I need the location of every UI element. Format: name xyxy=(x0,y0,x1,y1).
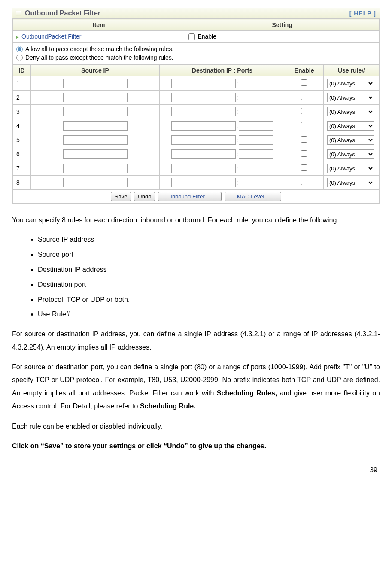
source-ip-input[interactable] xyxy=(63,178,128,187)
list-item: Use Rule# xyxy=(38,308,380,321)
use-rule-select[interactable]: (0) Always xyxy=(327,79,374,88)
rule-enable-checkbox[interactable] xyxy=(301,136,307,143)
use-rule-select[interactable]: (0) Always xyxy=(327,135,374,145)
table-row: 8:(0) Always xyxy=(13,176,380,190)
dest-ip-input[interactable] xyxy=(171,121,236,131)
table-row: 6:(0) Always xyxy=(13,147,380,161)
source-ip-input[interactable] xyxy=(63,135,128,145)
rule-id: 2 xyxy=(13,91,31,105)
source-ip-input[interactable] xyxy=(63,93,128,102)
table-row: 3:(0) Always xyxy=(13,105,380,119)
item-name: OutboundPacket Filter xyxy=(13,31,185,43)
save-button[interactable]: Save xyxy=(111,192,131,201)
rule-id: 4 xyxy=(13,119,31,133)
rule-enable-checkbox[interactable] xyxy=(301,150,307,157)
doc-p1: You can specify 8 rules for each directi… xyxy=(12,214,380,227)
doc-p4: Each rule can be enabled or disabled ind… xyxy=(12,420,380,433)
rule-id: 5 xyxy=(13,133,31,147)
col-en: Enable xyxy=(285,65,324,76)
table-row: 7:(0) Always xyxy=(13,161,380,176)
rule-id: 6 xyxy=(13,147,31,161)
dest-port-input[interactable] xyxy=(239,135,273,145)
rule-id: 7 xyxy=(13,161,31,176)
use-rule-select[interactable]: (0) Always xyxy=(327,164,374,173)
table-row: 5:(0) Always xyxy=(13,133,380,147)
source-ip-input[interactable] xyxy=(63,164,128,173)
use-rule-select[interactable]: (0) Always xyxy=(327,149,374,159)
col-item: Item xyxy=(13,19,185,31)
rule-id: 3 xyxy=(13,105,31,119)
dest-ip-input[interactable] xyxy=(171,93,236,102)
dest-port-input[interactable] xyxy=(239,178,273,187)
list-item: Source IP address xyxy=(38,234,380,246)
dest-ip-input[interactable] xyxy=(171,178,236,187)
dest-port-input[interactable] xyxy=(239,93,273,102)
rule-enable-checkbox[interactable] xyxy=(301,94,307,100)
page-number: 39 xyxy=(12,466,380,474)
dest-port-input[interactable] xyxy=(239,107,273,116)
policy-deny-label: Deny all to pass except those match the … xyxy=(25,54,173,61)
table-row: 4:(0) Always xyxy=(13,119,380,133)
rule-enable-checkbox[interactable] xyxy=(301,108,307,114)
rule-enable-checkbox[interactable] xyxy=(301,164,307,171)
doc-p2: For source or destination IP address, yo… xyxy=(12,328,380,354)
table-row: 2:(0) Always xyxy=(13,91,380,105)
col-src: Source IP xyxy=(31,65,160,76)
document-body: You can specify 8 rules for each directi… xyxy=(12,214,380,453)
packet-filter-panel: Outbound Packet Filter [ HELP ] Item Set… xyxy=(12,8,380,204)
rule-enable-checkbox[interactable] xyxy=(301,122,307,128)
dest-ip-input[interactable] xyxy=(171,164,236,173)
col-dst: Destination IP : Ports xyxy=(160,65,285,76)
dest-port-input[interactable] xyxy=(239,121,273,131)
dest-port-input[interactable] xyxy=(239,149,273,159)
mac-level-button[interactable]: MAC Level... xyxy=(225,192,281,201)
dest-ip-input[interactable] xyxy=(171,79,236,88)
use-rule-select[interactable]: (0) Always xyxy=(327,107,374,116)
rules-table: ID Source IP Destination IP : Ports Enab… xyxy=(12,64,380,204)
panel-title: Outbound Packet Filter xyxy=(25,9,100,17)
rule-enable-checkbox[interactable] xyxy=(301,79,307,86)
use-rule-select[interactable]: (0) Always xyxy=(327,93,374,102)
rule-enable-checkbox[interactable] xyxy=(301,179,307,185)
dest-ip-input[interactable] xyxy=(171,135,236,145)
enable-label: Enable xyxy=(198,33,216,40)
list-item: Destination port xyxy=(38,279,380,291)
source-ip-input[interactable] xyxy=(63,121,128,131)
policy-allow-radio[interactable] xyxy=(16,46,23,52)
policy-allow-label: Allow all to pass except those match the… xyxy=(25,46,174,52)
col-setting: Setting xyxy=(185,19,380,31)
doc-p3: For source or destination port, you can … xyxy=(12,361,380,413)
dest-ip-input[interactable] xyxy=(171,149,236,159)
policy-block: Allow all to pass except those match the… xyxy=(13,43,380,64)
col-id: ID xyxy=(13,65,31,76)
source-ip-input[interactable] xyxy=(63,79,128,88)
dest-port-input[interactable] xyxy=(239,79,273,88)
rule-id: 8 xyxy=(13,176,31,190)
dest-port-input[interactable] xyxy=(239,164,273,173)
settings-table: Item Setting OutboundPacket Filter Enabl… xyxy=(12,19,380,64)
col-rule: Use rule# xyxy=(324,65,380,76)
use-rule-select[interactable]: (0) Always xyxy=(327,178,374,187)
table-row: 1:(0) Always xyxy=(13,76,380,91)
rule-id: 1 xyxy=(13,76,31,91)
undo-button[interactable]: Undo xyxy=(134,192,155,201)
inbound-filter-button[interactable]: Inbound Filter... xyxy=(158,192,222,201)
panel-header: Outbound Packet Filter [ HELP ] xyxy=(12,8,380,19)
list-item: Source port xyxy=(38,249,380,261)
help-link[interactable]: [ HELP ] xyxy=(349,10,376,17)
list-item: Protocol: TCP or UDP or both. xyxy=(38,294,380,306)
panel-collapse-icon[interactable] xyxy=(16,11,21,16)
button-row: Save Undo Inbound Filter... MAC Level... xyxy=(13,190,380,204)
source-ip-input[interactable] xyxy=(63,149,128,159)
policy-deny-radio[interactable] xyxy=(16,55,23,61)
source-ip-input[interactable] xyxy=(63,107,128,116)
doc-bullets: Source IP addressSource portDestination … xyxy=(29,234,380,321)
list-item: Destination IP address xyxy=(38,264,380,276)
use-rule-select[interactable]: (0) Always xyxy=(327,121,374,131)
enable-checkbox[interactable] xyxy=(188,33,195,40)
dest-ip-input[interactable] xyxy=(171,107,236,116)
doc-p5: Click on “Save” to store your settings o… xyxy=(12,440,380,453)
